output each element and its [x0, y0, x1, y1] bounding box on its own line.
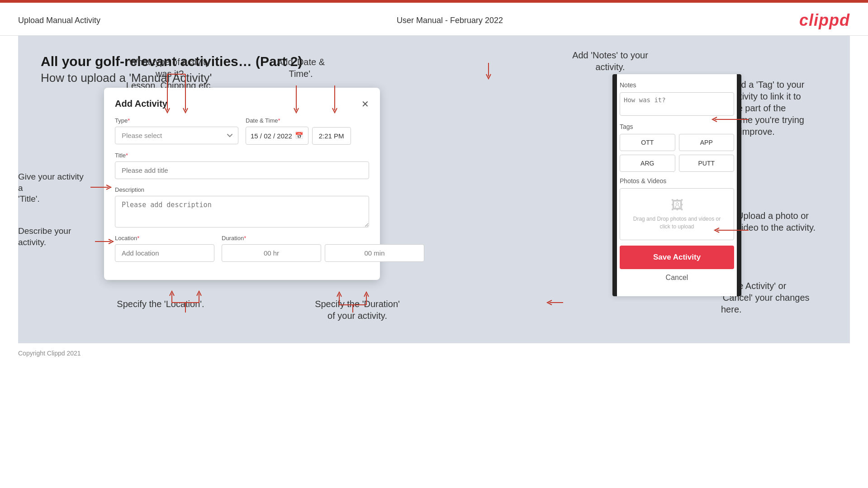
header: Upload Manual Activity User Manual - Feb… [0, 3, 868, 36]
tag-arg[interactable]: ARG [620, 155, 675, 172]
notes-textarea[interactable] [620, 92, 734, 116]
description-input[interactable] [115, 196, 369, 227]
description-group: Description [115, 186, 369, 227]
time-input[interactable]: 2:21 PM [312, 127, 351, 145]
annotation-location: Specify the 'Location'. [115, 298, 206, 310]
type-label: Type* [115, 117, 238, 124]
photos-drop-text: Drag and Drop photos and videos orclick … [629, 215, 725, 231]
cancel-button[interactable]: Cancel [666, 274, 688, 282]
time-value: 2:21 PM [319, 132, 344, 140]
annotation-give-title: Give your activity a 'Title'. [18, 171, 90, 205]
title-row: Title* [115, 152, 369, 179]
modal-title: Add Activity [115, 99, 167, 109]
left-bar [612, 74, 617, 296]
right-bar [737, 74, 741, 296]
annotation-duration: Specify the 'Duration' of your activity. [308, 298, 407, 322]
annotation-tag: Add a 'Tag' to your activity to link it … [730, 79, 845, 137]
calendar-icon: 📅 [295, 132, 304, 140]
duration-inputs [222, 244, 424, 262]
footer: Copyright Clippd 2021 [0, 343, 868, 363]
tags-label: Tags [620, 123, 734, 130]
title-group: Title* [115, 152, 369, 179]
datetime-group: Date & Time* 15 / 02 / 2022 📅 2:21 PM [246, 117, 369, 145]
date-time-group: 15 / 02 / 2022 📅 2:21 PM [246, 127, 369, 145]
notes-panel: Notes Tags OTTAPPARGPUTT Photos & Videos… [612, 74, 741, 296]
description-row: Description [115, 186, 369, 227]
location-duration-row: Location* Duration* [115, 235, 369, 262]
tag-app[interactable]: APP [679, 134, 735, 151]
description-label: Description [115, 186, 369, 193]
annotation-notes: Add 'Notes' to your activity. [565, 49, 655, 73]
header-center: User Manual - February 2022 [397, 16, 503, 25]
header-left: Upload Manual Activity [18, 16, 100, 25]
duration-group: Duration* [222, 235, 424, 262]
notes-panel-inner: Notes Tags OTTAPPARGPUTT Photos & Videos… [612, 74, 741, 296]
photos-icon: 🖼 [629, 198, 725, 213]
location-group: Location* [115, 235, 214, 262]
add-activity-modal: Add Activity ✕ Type* Please select Date … [104, 88, 380, 280]
tags-grid: OTTAPPARGPUTT [620, 134, 734, 172]
copyright: Copyright Clippd 2021 [18, 350, 81, 357]
datetime-label: Date & Time* [246, 117, 369, 124]
location-label: Location* [115, 235, 214, 242]
header-logo: clippd [799, 11, 850, 30]
type-select[interactable]: Please select [115, 127, 238, 144]
type-datetime-row: Type* Please select Date & Time* 15 / 02… [115, 117, 369, 145]
title-label: Title* [115, 152, 369, 159]
duration-min-input[interactable] [325, 244, 424, 262]
location-input[interactable] [115, 244, 214, 262]
date-input[interactable]: 15 / 02 / 2022 📅 [246, 127, 308, 145]
photos-drop[interactable]: 🖼 Drag and Drop photos and videos orclic… [620, 188, 734, 240]
annotation-what-type: What type of activity was it? Lesson, Ch… [124, 56, 215, 91]
tag-ott[interactable]: OTT [620, 134, 675, 151]
annotation-describe: Describe your activity. [18, 226, 95, 248]
title-input[interactable] [115, 161, 369, 179]
type-group: Type* Please select [115, 117, 238, 145]
modal-close-button[interactable]: ✕ [361, 99, 369, 109]
main-content: All your golf-relevant activities… (Part… [18, 36, 850, 343]
duration-hr-input[interactable] [222, 244, 321, 262]
save-activity-button[interactable]: Save Activity [620, 246, 734, 269]
photos-label: Photos & Videos [620, 177, 734, 185]
date-value: 15 / 02 / 2022 [251, 132, 292, 140]
annotation-date-time: Add 'Date & Time'. [265, 56, 337, 80]
annotation-upload: Upload a photo or video to the activity. [737, 210, 845, 233]
duration-label: Duration* [222, 235, 424, 242]
modal-header: Add Activity ✕ [115, 99, 369, 109]
notes-label: Notes [620, 81, 734, 89]
tag-putt[interactable]: PUTT [679, 155, 735, 172]
